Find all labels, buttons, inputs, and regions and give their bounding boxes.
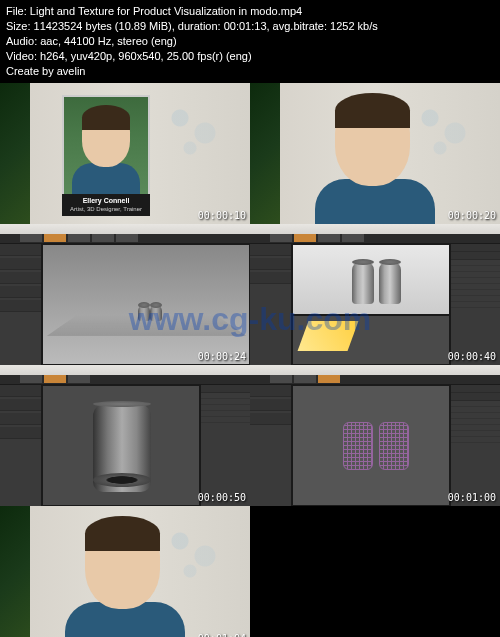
menubar [0,224,250,234]
toolbar [250,234,500,244]
timecode-label: 00:00:40 [448,351,496,362]
render-preview [292,244,450,315]
video-thumbnail: 00:00:50 [0,365,250,506]
foliage-decoration [250,83,280,224]
toolbar [0,375,250,385]
viewport-3d [42,244,250,365]
menubar [0,365,250,375]
timecode-label: 00:00:10 [198,210,246,221]
timecode-label: 00:00:20 [448,210,496,221]
video-thumbnail: 00:01:00 [250,365,500,506]
foliage-decoration [0,506,30,637]
outdoor-background: Ellery Connell Artist, 3D Designer, Trai… [0,83,250,224]
outdoor-background [250,83,500,224]
viewport-3d [292,315,450,365]
left-panel [250,244,292,365]
file-size-line: Size: 11423524 bytes (10.89 MiB), durati… [6,19,494,34]
right-panel [200,385,250,506]
presenter-caption: Ellery Connell Artist, 3D Designer, Trai… [62,194,150,216]
left-panel [0,385,42,506]
modo-application-ui [0,224,250,365]
file-info-header: File: Light and Texture for Product Visu… [0,0,500,83]
file-name-line: File: Light and Texture for Product Visu… [6,4,494,19]
video-thumbnail: 00:00:40 [250,224,500,365]
video-thumbnail: 00:01:04 [0,506,250,637]
bubble-decoration [160,98,220,158]
timecode-label: 00:00:24 [198,351,246,362]
timecode-label: 00:01:04 [198,633,246,637]
video-thumbnail: 00:00:20 [250,83,500,224]
presenter-photo-large [60,511,190,637]
presenter-name: Ellery Connell [65,197,147,205]
presenter-role: Artist, 3D Designer, Trainer [65,205,147,213]
menubar [250,365,500,375]
timecode-label: 00:01:00 [448,492,496,503]
modo-application-ui [0,365,250,506]
workspace [250,244,500,365]
audio-info-line: Audio: aac, 44100 Hz, stereo (eng) [6,34,494,49]
workspace [0,244,250,365]
left-panel [250,385,292,506]
modo-application-ui [250,365,500,506]
modo-application-ui [250,224,500,365]
viewport-3d [42,385,200,506]
video-thumbnail: Ellery Connell Artist, 3D Designer, Trai… [0,83,250,224]
thumbnail-grid: Ellery Connell Artist, 3D Designer, Trai… [0,83,500,637]
menubar [250,224,500,234]
right-panel [450,244,500,365]
left-panel [0,244,42,365]
presenter-photo-large [310,88,440,224]
workspace [250,385,500,506]
right-panel [450,385,500,506]
toolbar [0,234,250,244]
video-thumbnail: 00:00:24 [0,224,250,365]
video-info-line: Video: h264, yuv420p, 960x540, 25.00 fps… [6,49,494,64]
outdoor-background [0,506,250,637]
toolbar [250,375,500,385]
presenter-photo [62,95,150,200]
viewport-wireframe [292,385,450,506]
timecode-label: 00:00:50 [198,492,246,503]
workspace [0,385,250,506]
credit-line: Create by avelin [6,64,494,79]
foliage-decoration [0,83,30,224]
